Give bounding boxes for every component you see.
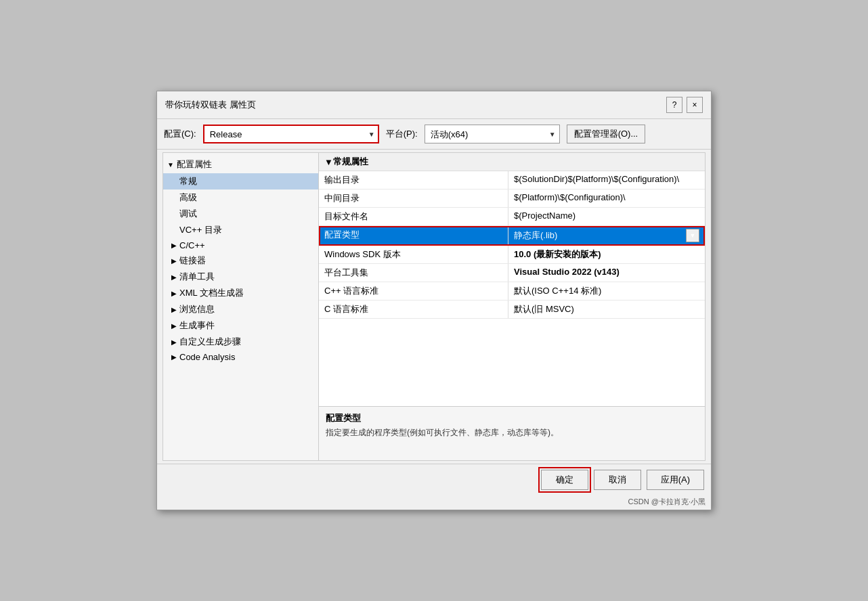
xml-label: XML 文档生成器 bbox=[179, 287, 244, 299]
build-events-arrow: ▶ bbox=[171, 322, 177, 330]
platform-select[interactable]: 活动(x64) x86 x64 bbox=[425, 125, 560, 143]
manifest-arrow: ▶ bbox=[171, 273, 177, 281]
manifest-label: 清单工具 bbox=[179, 271, 215, 283]
tree-item-advanced[interactable]: 高级 bbox=[163, 190, 318, 206]
main-content: ▼ 配置属性 常规 高级 调试 VC++ 目录 ▶ C/C++ ▶ 链接器 ▶ … bbox=[162, 152, 706, 461]
prop-row-cpp-standard: C++ 语言标准 默认(ISO C++14 标准) bbox=[319, 282, 705, 300]
section-arrow: ▼ bbox=[324, 157, 333, 167]
prop-name-sdk-version: Windows SDK 版本 bbox=[319, 246, 508, 263]
properties-dialog: 带你玩转双链表 属性页 ? × 配置(C): Release Debug 所有配… bbox=[156, 91, 712, 510]
custom-build-arrow: ▶ bbox=[171, 338, 177, 346]
prop-value-int-dir[interactable]: $(Platform)\$(Configuration)\ bbox=[508, 190, 705, 207]
tree-item-general[interactable]: 常规 bbox=[163, 173, 318, 190]
prop-name-cpp-standard: C++ 语言标准 bbox=[319, 282, 508, 300]
dialog-title: 带你玩转双链表 属性页 bbox=[165, 99, 256, 111]
tree-root[interactable]: ▼ 配置属性 bbox=[163, 156, 318, 173]
tree-root-label: 配置属性 bbox=[177, 158, 212, 171]
bottom-bar: 确定 取消 应用(A) bbox=[157, 464, 711, 495]
prop-row-int-dir: 中间目录 $(Platform)\$(Configuration)\ bbox=[319, 190, 705, 208]
ok-button[interactable]: 确定 bbox=[541, 470, 588, 490]
properties-table: ▼ 常规属性 输出目录 $(SolutionDir)$(Platform)\$(… bbox=[319, 153, 705, 406]
tree-root-arrow: ▼ bbox=[167, 161, 174, 169]
prop-row-sdk-version: Windows SDK 版本 10.0 (最新安装的版本) bbox=[319, 246, 705, 264]
title-bar: 带你玩转双链表 属性页 ? × bbox=[157, 91, 711, 119]
right-panel: ▼ 常规属性 输出目录 $(SolutionDir)$(Platform)\$(… bbox=[319, 153, 705, 460]
desc-text: 指定要生成的程序类型(例如可执行文件、静态库，动态库等等)。 bbox=[326, 427, 698, 439]
toolbar: 配置(C): Release Debug 所有配置 ▼ 平台(P): 活动(x6… bbox=[157, 119, 711, 150]
cpp-arrow: ▶ bbox=[171, 242, 177, 249]
linker-label: 链接器 bbox=[179, 254, 206, 267]
config-select[interactable]: Release Debug 所有配置 bbox=[203, 125, 379, 143]
prop-value-config-type[interactable]: 静态库(.lib) ▼ bbox=[508, 226, 705, 245]
prop-name-output-dir: 输出目录 bbox=[319, 171, 508, 189]
code-analysis-arrow: ▶ bbox=[171, 353, 177, 361]
browse-arrow: ▶ bbox=[171, 306, 177, 313]
config-type-value: 静态库(.lib) bbox=[514, 229, 557, 242]
linker-arrow: ▶ bbox=[171, 257, 177, 265]
tree-group-browse[interactable]: ▶ 浏览信息 bbox=[163, 301, 318, 317]
cpp-label: C/C++ bbox=[179, 240, 205, 250]
config-type-dropdown-btn[interactable]: ▼ bbox=[686, 229, 699, 242]
apply-button[interactable]: 应用(A) bbox=[647, 470, 704, 490]
prop-row-c-standard: C 语言标准 默认(旧 MSVC) bbox=[319, 300, 705, 319]
config-label: 配置(C): bbox=[164, 128, 196, 140]
config-select-wrapper: Release Debug 所有配置 ▼ bbox=[203, 125, 379, 143]
prop-name-platform-toolset: 平台工具集 bbox=[319, 264, 508, 282]
prop-name-int-dir: 中间目录 bbox=[319, 190, 508, 207]
tree-group-xml[interactable]: ▶ XML 文档生成器 bbox=[163, 285, 318, 301]
platform-label: 平台(P): bbox=[386, 128, 418, 140]
prop-name-target-name: 目标文件名 bbox=[319, 208, 508, 225]
tree-group-linker[interactable]: ▶ 链接器 bbox=[163, 252, 318, 269]
prop-row-output-dir: 输出目录 $(SolutionDir)$(Platform)\$(Configu… bbox=[319, 171, 705, 190]
tree-item-debug[interactable]: 调试 bbox=[163, 206, 318, 222]
tree-group-code-analysis[interactable]: ▶ Code Analysis bbox=[163, 350, 318, 364]
title-controls: ? × bbox=[666, 97, 703, 113]
help-button[interactable]: ? bbox=[666, 97, 682, 113]
prop-name-c-standard: C 语言标准 bbox=[319, 300, 508, 318]
desc-title: 配置类型 bbox=[326, 412, 698, 424]
prop-value-cpp-standard[interactable]: 默认(ISO C++14 标准) bbox=[508, 282, 705, 300]
close-button[interactable]: × bbox=[687, 97, 703, 113]
xml-arrow: ▶ bbox=[171, 290, 177, 297]
left-panel: ▼ 配置属性 常规 高级 调试 VC++ 目录 ▶ C/C++ ▶ 链接器 ▶ … bbox=[163, 153, 319, 460]
custom-build-label: 自定义生成步骤 bbox=[179, 336, 241, 348]
tree-group-cpp[interactable]: ▶ C/C++ bbox=[163, 238, 318, 252]
cancel-button[interactable]: 取消 bbox=[594, 470, 641, 490]
prop-value-target-name[interactable]: $(ProjectName) bbox=[508, 208, 705, 225]
tree-group-build-events[interactable]: ▶ 生成事件 bbox=[163, 317, 318, 334]
platform-select-wrapper: 活动(x64) x86 x64 ▼ bbox=[425, 125, 560, 143]
prop-value-c-standard[interactable]: 默认(旧 MSVC) bbox=[508, 300, 705, 318]
build-events-label: 生成事件 bbox=[179, 319, 215, 332]
watermark: CSDN @卡拉肖克·小黑 bbox=[157, 495, 711, 510]
props-section-header: ▼ 常规属性 bbox=[319, 153, 705, 171]
section-title: 常规属性 bbox=[333, 156, 368, 168]
description-panel: 配置类型 指定要生成的程序类型(例如可执行文件、静态库，动态库等等)。 bbox=[319, 406, 705, 460]
tree-group-manifest[interactable]: ▶ 清单工具 bbox=[163, 269, 318, 285]
prop-row-config-type[interactable]: 配置类型 静态库(.lib) ▼ bbox=[319, 226, 705, 246]
prop-value-platform-toolset[interactable]: Visual Studio 2022 (v143) bbox=[508, 264, 705, 282]
prop-row-platform-toolset: 平台工具集 Visual Studio 2022 (v143) bbox=[319, 264, 705, 282]
tree-item-vc-dirs[interactable]: VC++ 目录 bbox=[163, 222, 318, 238]
code-analysis-label: Code Analysis bbox=[179, 352, 235, 362]
prop-value-output-dir[interactable]: $(SolutionDir)$(Platform)\$(Configuratio… bbox=[508, 171, 705, 189]
config-manager-button[interactable]: 配置管理器(O)... bbox=[567, 125, 646, 143]
prop-row-target-name: 目标文件名 $(ProjectName) bbox=[319, 208, 705, 226]
prop-value-sdk-version[interactable]: 10.0 (最新安装的版本) bbox=[508, 246, 705, 263]
tree-group-custom-build[interactable]: ▶ 自定义生成步骤 bbox=[163, 334, 318, 350]
browse-label: 浏览信息 bbox=[179, 303, 215, 315]
prop-name-config-type: 配置类型 bbox=[319, 226, 508, 245]
